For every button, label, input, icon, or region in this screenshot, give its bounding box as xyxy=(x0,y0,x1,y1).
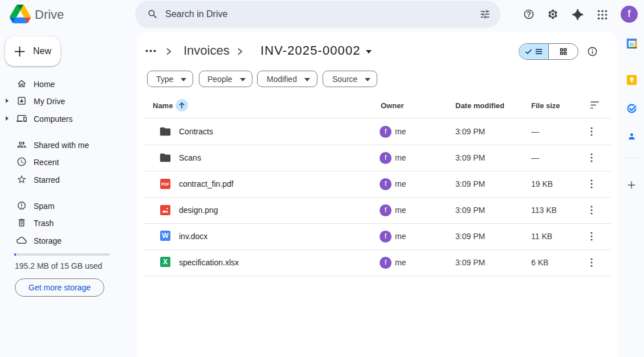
svg-text:W: W xyxy=(162,232,169,240)
svg-text:31: 31 xyxy=(629,42,634,47)
svg-text:PDF: PDF xyxy=(161,182,170,186)
svg-text:X: X xyxy=(163,258,168,266)
